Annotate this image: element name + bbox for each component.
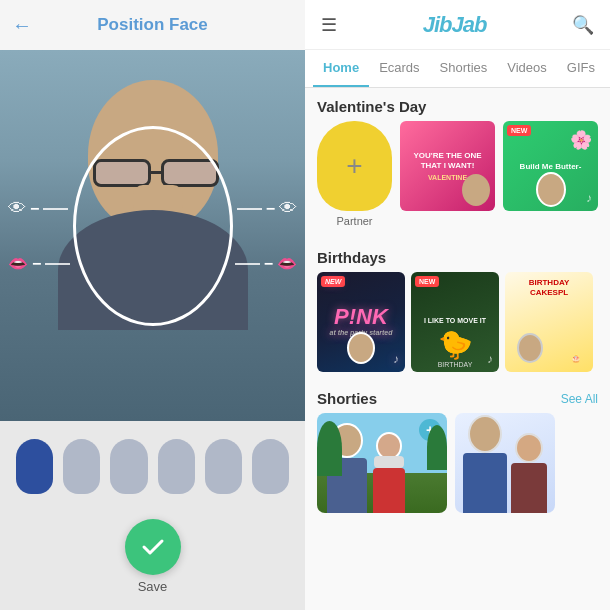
eye-control-left: 👁 − xyxy=(8,198,68,219)
tab-gifs[interactable]: GIFs xyxy=(557,50,605,87)
face-thumb-4[interactable] xyxy=(205,439,242,494)
right-panel: ☰ JibJab 🔍 Home Ecards Shorties Videos G… xyxy=(305,0,610,610)
bcard1-face xyxy=(347,332,375,364)
mouth-control-right: − 👄 xyxy=(235,254,297,273)
bcard3-face xyxy=(517,333,543,363)
face-thumb-1[interactable] xyxy=(63,439,100,494)
bcard3-text: BIRTHDAY CAKESPL xyxy=(509,276,589,299)
body2-right xyxy=(511,463,547,513)
mouth-icon-left: 👄 xyxy=(8,254,28,273)
mouth-minus-right[interactable]: − xyxy=(264,255,273,273)
mouth-line-right xyxy=(235,263,260,265)
bcard2-subtitle: BIRTHDAY xyxy=(438,361,473,368)
shortie-card-2[interactable] xyxy=(455,413,555,513)
tab-ecards[interactable]: Ecards xyxy=(369,50,429,87)
plus-icon: + xyxy=(346,150,362,182)
tree-left xyxy=(317,421,342,476)
nav-tabs: Home Ecards Shorties Videos GIFs xyxy=(305,50,610,88)
face2-right xyxy=(515,433,543,463)
note-icon: ♪ xyxy=(586,191,592,205)
vcard2-face xyxy=(536,172,566,207)
vcard1-text: YOU'RE THE ONE THAT I WANT! xyxy=(406,151,489,172)
bcard2-emoji: 🐤 xyxy=(438,328,473,361)
vcard1-subtitle: VALENTINE xyxy=(428,174,467,181)
body-right xyxy=(373,468,405,513)
left-panel: ← Position Face xyxy=(0,0,305,610)
face-thumb-3[interactable] xyxy=(158,439,195,494)
shorties-header: Shorties See All xyxy=(305,384,610,413)
face-oval-guide xyxy=(73,126,233,326)
save-label: Save xyxy=(138,579,168,594)
eye-minus-left[interactable]: − xyxy=(30,200,39,218)
eye-icon-right: 👁 xyxy=(279,198,297,219)
valentines-row: + Partner YOU'RE THE ONE THAT I WANT! VA… xyxy=(305,121,610,239)
add-partner-card[interactable]: + Partner xyxy=(317,121,392,227)
back-button[interactable]: ← xyxy=(12,14,32,37)
mouth-line-left xyxy=(45,263,70,265)
bcard2-note-icon: ♪ xyxy=(487,352,493,366)
eye-line-right xyxy=(237,208,262,210)
shorties-title: Shorties xyxy=(317,390,377,407)
shortie2-people xyxy=(463,413,547,513)
birthdays-title: Birthdays xyxy=(305,239,610,272)
checkmark-icon xyxy=(139,533,167,561)
mouth-control-left: 👄 − xyxy=(8,254,70,273)
bcard3-decoration: 🎂 xyxy=(571,354,581,363)
face-edit-area: 👁 − − 👁 👄 − − 👄 xyxy=(0,50,305,421)
page-title: Position Face xyxy=(97,15,208,35)
see-all-link[interactable]: See All xyxy=(561,392,598,406)
new-badge: NEW xyxy=(507,125,531,136)
person-right xyxy=(373,432,405,513)
menu-icon[interactable]: ☰ xyxy=(321,14,337,36)
eye-icon-left: 👁 xyxy=(8,198,26,219)
vcard1-face xyxy=(462,174,490,206)
mouth-icon-right: 👄 xyxy=(277,254,297,273)
face-thumb-5[interactable] xyxy=(252,439,289,494)
birthdays-row: NEW P!NK at the party started ♪ NEW I LI… xyxy=(305,272,610,384)
eye-minus-right[interactable]: − xyxy=(266,200,275,218)
face2-left xyxy=(468,415,502,453)
tree-right xyxy=(427,425,447,470)
birthday-card-2[interactable]: NEW I LIKE TO MOVE IT 🐤 BIRTHDAY ♪ xyxy=(411,272,499,372)
eye-control-right: − 👁 xyxy=(237,198,297,219)
face-thumbnails xyxy=(0,421,305,511)
brand-logo: JibJab xyxy=(423,12,487,38)
bcard1-new-badge: NEW xyxy=(321,276,345,287)
person2-left xyxy=(463,415,507,513)
valentines-title: Valentine's Day xyxy=(305,88,610,121)
bcard1-title: P!NK xyxy=(334,306,388,328)
face-photo: 👁 − − 👁 👄 − − 👄 xyxy=(0,50,305,421)
bcard2-text: I LIKE TO MOVE IT xyxy=(424,317,486,324)
search-icon[interactable]: 🔍 xyxy=(572,14,594,36)
left-header: ← Position Face xyxy=(0,0,305,50)
birthday-card-1[interactable]: NEW P!NK at the party started ♪ xyxy=(317,272,405,372)
eye-line-left xyxy=(43,208,68,210)
right-header: ☰ JibJab 🔍 xyxy=(305,0,610,50)
partner-label: Partner xyxy=(336,215,372,227)
face-thumb-2[interactable] xyxy=(110,439,147,494)
mouth-minus-left[interactable]: − xyxy=(32,255,41,273)
save-area: Save xyxy=(0,511,305,610)
bcard2-new-badge: NEW xyxy=(415,276,439,287)
valentine-card-2[interactable]: NEW Build Me Butter- 🌸 ♪ xyxy=(503,121,598,211)
valentine-card-1[interactable]: YOU'RE THE ONE THAT I WANT! VALENTINE xyxy=(400,121,495,211)
shorties-row: + xyxy=(305,413,610,513)
face-thumb-0[interactable] xyxy=(16,439,53,494)
tab-shorties[interactable]: Shorties xyxy=(430,50,498,87)
add-partner-oval[interactable]: + xyxy=(317,121,392,211)
person2-right xyxy=(511,433,547,513)
bcard1-note-icon: ♪ xyxy=(393,352,399,366)
body2-left xyxy=(463,453,507,513)
neck-brace xyxy=(374,456,404,468)
flower-decoration: 🌸 xyxy=(570,129,592,151)
tab-videos[interactable]: Videos xyxy=(497,50,557,87)
birthday-card-3[interactable]: BIRTHDAY CAKESPL 🎂 xyxy=(505,272,593,372)
save-button[interactable] xyxy=(125,519,181,575)
shortie-card-1[interactable]: + xyxy=(317,413,447,513)
tab-home[interactable]: Home xyxy=(313,50,369,87)
right-content: Valentine's Day + Partner YOU'RE THE ONE… xyxy=(305,88,610,610)
